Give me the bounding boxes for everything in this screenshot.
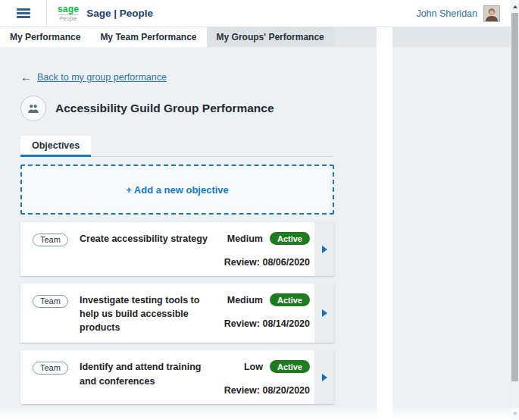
tab-my-groups-performance[interactable]: My Groups' Performance [207, 27, 334, 47]
back-link[interactable]: ← Back to my group performance [20, 71, 167, 83]
vertical-scrollbar[interactable] [511, 0, 519, 420]
priority-label: Medium [227, 295, 263, 306]
user-name-link[interactable]: John Sheridan [416, 8, 477, 19]
right-panel-band [392, 27, 511, 47]
page-body: My Performance My Team Performance My Gr… [0, 27, 519, 420]
open-objective-button[interactable] [314, 284, 334, 343]
right-panel [392, 27, 511, 420]
status-badge: Active [270, 360, 310, 373]
scroll-down-button[interactable] [511, 408, 519, 420]
objective-meta: Low Active Review: 08/20/2020 [217, 360, 310, 396]
review-date: Review: 08/14/2020 [224, 318, 310, 329]
objective-title: Create accessibility strategy [78, 232, 217, 268]
review-date: Review: 08/06/2020 [224, 257, 310, 268]
back-arrow-icon: ← [20, 71, 32, 83]
objective-card[interactable]: Team Create accessibility strategy Mediu… [20, 222, 334, 276]
tab-objectives[interactable]: Objectives [20, 136, 91, 157]
objective-card-body: Team Identify and attend training and co… [20, 350, 314, 404]
subtab-row: Objectives [20, 136, 334, 157]
scroll-up-icon [513, 5, 517, 8]
app-title: Sage | People [86, 8, 153, 19]
hamburger-icon [17, 7, 30, 20]
sage-people-logo: sage People [58, 5, 79, 22]
user-avatar[interactable] [483, 5, 500, 22]
scope-column: Team [33, 293, 78, 334]
add-objective-label: + Add a new objective [126, 184, 229, 196]
group-icon-circle [20, 96, 46, 121]
objective-meta: Medium Active Review: 08/14/2020 [217, 293, 310, 334]
review-date: Review: 08/20/2020 [224, 385, 310, 396]
add-objective-button[interactable]: + Add a new objective [20, 165, 334, 215]
page-title: Accessibility Guild Group Performance [55, 102, 274, 115]
scrollbar-thumb[interactable] [511, 13, 518, 381]
objective-title: Identify and attend training and confere… [78, 360, 217, 396]
page-title-row: Accessibility Guild Group Performance [20, 96, 334, 121]
scroll-down-icon [513, 412, 517, 415]
performance-tabbar: My Performance My Team Performance My Gr… [0, 27, 377, 47]
chevron-right-icon [322, 246, 327, 253]
objective-meta: Medium Active Review: 08/06/2020 [217, 232, 310, 268]
priority-label: Low [244, 362, 263, 372]
open-objective-button[interactable] [314, 350, 334, 404]
scope-column: Team [33, 360, 78, 396]
column-gap [377, 27, 392, 420]
tab-my-team-performance[interactable]: My Team Performance [90, 27, 206, 47]
chevron-right-icon [322, 309, 327, 317]
scope-column: Team [33, 232, 78, 268]
right-panel-body [392, 47, 511, 420]
app-header: sage People Sage | People John Sheridan [0, 0, 519, 27]
team-badge: Team [33, 295, 68, 308]
main-content: ← Back to my group performance Accessibi… [0, 47, 377, 420]
main-column: My Performance My Team Performance My Gr… [0, 27, 377, 420]
team-badge: Team [33, 234, 68, 246]
back-link-label: Back to my group performance [37, 72, 167, 83]
avatar-photo [484, 6, 499, 21]
status-badge: Active [270, 293, 310, 306]
team-badge: Team [33, 362, 68, 375]
objective-card-body: Team Create accessibility strategy Mediu… [20, 222, 314, 276]
hamburger-menu-button[interactable] [0, 0, 47, 27]
logo-brand-text: sage [58, 5, 79, 14]
tab-my-performance[interactable]: My Performance [0, 27, 90, 47]
group-people-icon [27, 104, 39, 114]
open-objective-button[interactable] [314, 222, 334, 276]
priority-label: Medium [227, 234, 263, 244]
objective-title: Investigate testing tools to help us bui… [78, 293, 217, 334]
scroll-up-button[interactable] [511, 0, 519, 13]
status-badge: Active [270, 232, 310, 245]
chevron-right-icon [322, 374, 327, 381]
objective-card[interactable]: Team Identify and attend training and co… [20, 350, 334, 404]
objective-card[interactable]: Team Investigate testing tools to help u… [20, 284, 334, 343]
objective-card-body: Team Investigate testing tools to help u… [20, 284, 314, 343]
logo-sub-text: People [58, 16, 79, 22]
